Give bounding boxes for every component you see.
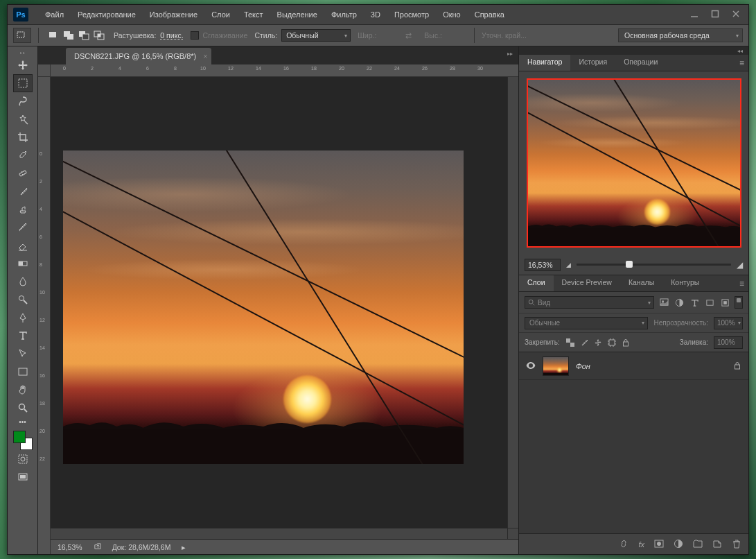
menu-3d[interactable]: 3D <box>364 8 387 22</box>
fill-value[interactable]: 100% <box>714 336 743 349</box>
opacity-value[interactable]: 100% <box>714 317 743 329</box>
layer-row[interactable]: Фон <box>519 352 748 380</box>
close-button[interactable] <box>732 10 740 19</box>
lasso-tool[interactable] <box>13 92 33 110</box>
collapse-doc-icon[interactable]: ▸▸ <box>507 51 513 57</box>
lock-pixels-icon[interactable] <box>579 338 589 347</box>
selection-subtract-icon[interactable] <box>76 28 91 42</box>
layer-filter-dropdown[interactable]: Вид <box>525 296 654 309</box>
menu-слои[interactable]: Слои <box>204 8 237 22</box>
type-tool[interactable] <box>13 327 33 345</box>
lock-artboard-icon[interactable] <box>607 338 617 347</box>
lock-all-icon[interactable] <box>621 338 631 347</box>
eyedropper-tool[interactable] <box>13 146 33 164</box>
group-icon[interactable] <box>693 539 703 550</box>
selection-intersect-icon[interactable] <box>91 28 107 42</box>
zoom-tool[interactable] <box>13 399 33 417</box>
status-export-icon[interactable] <box>94 542 101 551</box>
layers-panel-tabs: СлоиDevice PreviewКаналыКонтуры≡ <box>519 275 748 292</box>
workspace-switcher[interactable]: Основная рабочая среда <box>618 28 743 42</box>
link-layers-icon[interactable] <box>619 539 628 550</box>
layer-visibility-icon[interactable] <box>526 362 536 370</box>
filter-adjust-icon[interactable] <box>674 297 685 308</box>
zoom-out-icon[interactable]: ◢ <box>566 261 571 268</box>
panel-tab[interactable]: Device Preview <box>554 275 620 291</box>
document-tab[interactable]: DSCN8221.JPG @ 16,5% (RGB/8*) × <box>66 48 211 64</box>
adjustment-layer-icon[interactable] <box>674 539 683 550</box>
healing-brush-tool[interactable] <box>13 164 33 182</box>
history-brush-tool[interactable] <box>13 218 33 237</box>
menu-текст[interactable]: Текст <box>237 8 270 22</box>
lock-transparent-icon[interactable] <box>565 338 575 347</box>
active-tool-indicator[interactable] <box>13 28 31 43</box>
quick-select-tool[interactable] <box>13 110 33 128</box>
blend-mode-dropdown[interactable]: Обычные <box>525 317 648 329</box>
rectangle-tool[interactable] <box>13 363 33 381</box>
minimize-button[interactable] <box>690 10 698 19</box>
quick-mask-toggle[interactable] <box>13 450 33 468</box>
selection-new-icon[interactable] <box>46 28 61 42</box>
filter-shape-icon[interactable] <box>704 297 715 308</box>
menu-изображение[interactable]: Изображение <box>143 8 204 22</box>
filter-smart-icon[interactable] <box>719 297 730 308</box>
navigator-zoom-value[interactable]: 16,53% <box>525 259 561 271</box>
selection-add-icon[interactable] <box>61 28 76 42</box>
panel-tab[interactable]: Контуры <box>662 275 707 291</box>
panel-menu-icon[interactable]: ≡ <box>739 279 744 289</box>
hand-tool[interactable] <box>13 381 33 399</box>
panel-tab[interactable]: История <box>570 55 615 71</box>
blur-tool[interactable] <box>13 273 33 291</box>
layer-thumbnail[interactable] <box>543 356 569 376</box>
canvas[interactable] <box>51 77 518 528</box>
new-layer-icon[interactable] <box>712 539 722 550</box>
pen-tool[interactable] <box>13 309 33 327</box>
menu-выделение[interactable]: Выделение <box>270 8 324 22</box>
marquee-tool[interactable] <box>13 74 33 92</box>
screen-mode-toggle[interactable] <box>13 468 33 486</box>
filter-toggle[interactable] <box>735 296 743 309</box>
panel-tab[interactable]: Навигатор <box>519 55 570 71</box>
style-dropdown[interactable]: Обычный <box>281 29 351 42</box>
status-zoom[interactable]: 16,53% <box>58 543 82 551</box>
lock-position-icon[interactable] <box>593 338 603 347</box>
feather-value[interactable]: 0 пикс. <box>160 31 183 40</box>
layer-lock-icon[interactable] <box>733 361 741 371</box>
collapse-panels-icon[interactable]: ◂◂ <box>737 48 743 54</box>
move-tool[interactable] <box>13 56 33 74</box>
dodge-tool[interactable] <box>13 291 33 309</box>
maximize-button[interactable] <box>711 10 719 19</box>
crop-tool[interactable] <box>13 128 33 146</box>
foreground-color[interactable] <box>13 431 26 443</box>
vertical-scrollbar[interactable] <box>507 77 518 528</box>
panel-tab[interactable]: Каналы <box>620 275 662 291</box>
menu-просмотр[interactable]: Просмотр <box>387 8 436 22</box>
color-swatches[interactable] <box>13 431 33 450</box>
menu-фильтр[interactable]: Фильтр <box>324 8 364 22</box>
menu-файл[interactable]: Файл <box>38 8 71 22</box>
clone-stamp-tool[interactable] <box>13 200 33 218</box>
navigator-preview[interactable] <box>527 78 741 248</box>
more-tools[interactable]: ••• <box>13 417 33 427</box>
panel-menu-icon[interactable]: ≡ <box>739 58 744 68</box>
eraser-tool[interactable] <box>13 237 33 255</box>
horizontal-scrollbar[interactable] <box>51 528 507 539</box>
layer-mask-icon[interactable] <box>654 539 664 550</box>
menu-редактирование[interactable]: Редактирование <box>71 8 143 22</box>
panel-tab[interactable]: Слои <box>519 275 554 291</box>
close-tab-icon[interactable]: × <box>203 53 207 60</box>
layer-name[interactable]: Фон <box>576 362 590 370</box>
fx-icon[interactable]: fx <box>638 540 644 549</box>
menu-справка[interactable]: Справка <box>468 8 511 22</box>
toolbar-grip[interactable]: ▸▸ <box>12 49 33 55</box>
brush-tool[interactable] <box>13 182 33 200</box>
delete-layer-icon[interactable] <box>732 539 741 550</box>
status-more-icon[interactable]: ▸ <box>182 543 186 551</box>
menu-окно[interactable]: Окно <box>436 8 468 22</box>
zoom-in-icon[interactable]: ◢ <box>737 260 743 270</box>
zoom-slider[interactable] <box>577 264 731 266</box>
panel-tab[interactable]: Операции <box>615 55 666 71</box>
filter-pixel-icon[interactable] <box>658 297 669 308</box>
gradient-tool[interactable] <box>13 255 33 273</box>
path-select-tool[interactable] <box>13 345 33 363</box>
filter-type-icon[interactable] <box>689 297 700 308</box>
